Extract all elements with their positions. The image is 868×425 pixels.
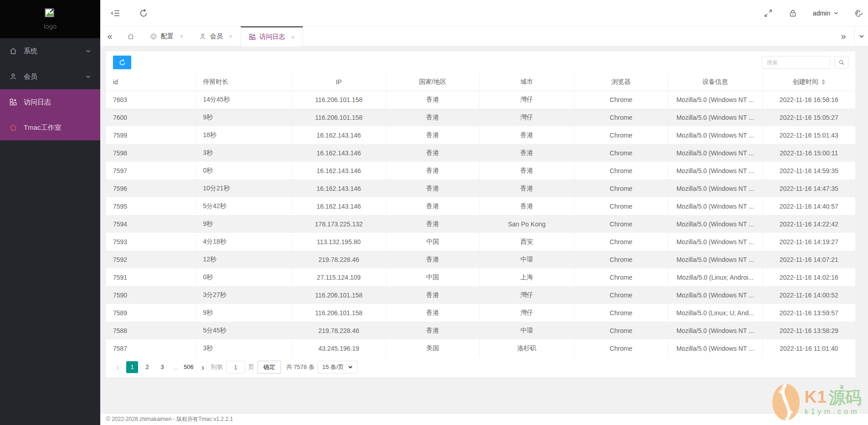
theme-palette-icon[interactable] [854,9,863,18]
cell-IP: 27.115.124.109 [292,268,386,286]
table-header: id停留时长IP国家/地区城市浏览器设备信息创建时间 [106,73,855,91]
close-tab-icon[interactable]: × [291,34,295,41]
cell-浏览器: Chrome [574,339,668,357]
page-number-2[interactable]: 2 [141,361,153,373]
content-area: id停留时长IP国家/地区城市浏览器设备信息创建时间 760314分45秒116… [100,46,868,413]
cell-停留时长: 0秒 [196,162,292,179]
tabbar-actions: » [832,26,868,46]
sidebar-toggle-icon[interactable] [110,8,120,18]
watermark-domain: k1ym.com [805,408,862,416]
page-prev-icon[interactable]: ‹ [113,362,123,373]
cell-id: 7598 [106,144,196,162]
page-numbers: 123...506 [126,361,195,373]
cell-IP: 116.206.101.158 [292,286,386,304]
cell-停留时长: 12秒 [196,251,292,268]
column-header-设备信息: 设备信息 [668,73,762,91]
cell-停留时长: 5分42秒 [196,197,292,215]
cell-城市: 香港 [479,179,574,197]
cell-国家/地区: 香港 [386,286,479,304]
search-input[interactable] [762,56,830,69]
cell-浏览器: Chrome [574,144,668,162]
page-number-1[interactable]: 1 [126,361,138,373]
cell-国家/地区: 香港 [386,162,479,179]
user-icon [9,72,17,81]
cell-城市: 香港 [479,162,574,179]
tab-配置[interactable]: 配置× [142,26,191,46]
cell-城市: San Po Kong [479,215,574,233]
cell-停留时长: 9秒 [196,304,292,322]
cell-国家/地区: 香港 [386,322,479,339]
tab-访问日志[interactable]: 访问日志× [241,26,303,46]
close-tab-icon[interactable]: × [180,33,184,40]
cell-城市: 香港 [479,144,574,162]
tabs-scroll-left-icon[interactable]: « [100,26,119,46]
table-card: id停留时长IP国家/地区城市浏览器设备信息创建时间 760314分45秒116… [106,51,855,377]
tab-home[interactable] [119,26,142,46]
table-row: 75970秒16.162.143.146香港香港ChromeMozilla/5.… [106,162,855,179]
table-body: 760314分45秒116.206.101.158香港灣仔ChromeMozil… [106,91,855,357]
cell-浏览器: Chrome [574,126,668,144]
sidebar-item-Tmac工作室[interactable]: Tmac工作室 [0,115,100,140]
table-refresh-button[interactable] [113,56,131,69]
cell-国家/地区: 香港 [386,197,479,215]
sidebar-item-系统[interactable]: 系统 [0,38,100,64]
cell-浏览器: Chrome [574,197,668,215]
page-number-3[interactable]: 3 [156,361,168,373]
cell-浏览器: Chrome [574,179,668,197]
cell-浏览器: Chrome [574,91,668,108]
cell-停留时长: 9秒 [196,215,292,233]
refresh-icon[interactable] [139,8,149,18]
cell-设备信息: Mozilla/5.0 (Windows NT ... [668,251,762,268]
cell-设备信息: Mozilla/5.0 (Windows NT ... [668,197,762,215]
close-tab-icon[interactable]: × [229,33,233,40]
cell-停留时长: 18秒 [196,126,292,144]
column-label: 创建时间 [793,78,818,85]
cell-停留时长: 3分27秒 [196,286,292,304]
broken-image-icon [44,8,56,21]
sidebar-item-访问日志[interactable]: 访问日志 [0,89,100,115]
footer: © 2022-2028 zhimakaimen - 版权所有Tmac v1.2.… [100,413,868,425]
column-label: 设备信息 [703,78,728,85]
cell-IP: 178.173.225.132 [292,215,386,233]
cell-城市: 中環 [479,251,574,268]
cell-id: 7589 [106,304,196,322]
sort-icon[interactable] [822,79,825,85]
tabs-dropdown-icon[interactable] [854,26,868,46]
table-row: 76009秒116.206.101.158香港灣仔ChromeMozilla/5… [106,108,855,126]
column-header-创建时间[interactable]: 创建时间 [762,73,855,91]
goto-confirm-button[interactable]: 确定 [257,361,281,374]
lock-icon[interactable] [788,9,797,18]
page-number-506[interactable]: 506 [183,361,195,373]
search-button[interactable] [835,56,848,69]
cell-国家/地区: 中国 [386,233,479,251]
cell-停留时长: 14分45秒 [196,91,292,108]
sidebar-item-label: Tmac工作室 [24,123,62,132]
goto-page-input[interactable] [226,361,245,374]
table-row: 75949秒178.173.225.132香港San Po KongChrome… [106,215,855,233]
cell-IP: 116.206.101.158 [292,91,386,108]
page-size-select[interactable]: 15 条/页 [318,361,358,374]
user-menu[interactable]: admin [813,10,839,17]
sidebar-item-会员[interactable]: 会员 [0,64,100,89]
tab-label: 会员 [210,32,223,41]
table-row: 75910秒27.115.124.109中国上海ChromeMozilla/5.… [106,268,855,286]
home-icon [9,123,17,132]
tabs-scroll-right-icon[interactable]: » [832,26,854,46]
sidebar-item-label: 会员 [24,72,37,81]
cell-创建时间: 2022-11-16 14:07:21 [762,251,855,268]
cell-浏览器: Chrome [574,268,668,286]
fullscreen-icon[interactable] [764,9,773,18]
crown-icon: ♛ [839,384,845,390]
cell-id: 7595 [106,197,196,215]
tab-会员[interactable]: 会员× [191,26,241,46]
table-row: 75873秒43.245.196.19美国洛杉矶ChromeMozilla/5.… [106,339,855,357]
page-next-icon[interactable]: › [198,362,208,373]
cell-浏览器: Chrome [574,233,668,251]
chevron-down-icon [348,364,353,370]
cell-停留时长: 4分18秒 [196,233,292,251]
tabs: 配置×会员×访问日志× [119,26,303,46]
table-search-group [762,56,848,69]
copyright-text: © 2022-2028 zhimakaimen - 版权所有Tmac v1.2.… [106,415,233,423]
search-icon [838,59,845,66]
cell-浏览器: Chrome [574,322,668,339]
